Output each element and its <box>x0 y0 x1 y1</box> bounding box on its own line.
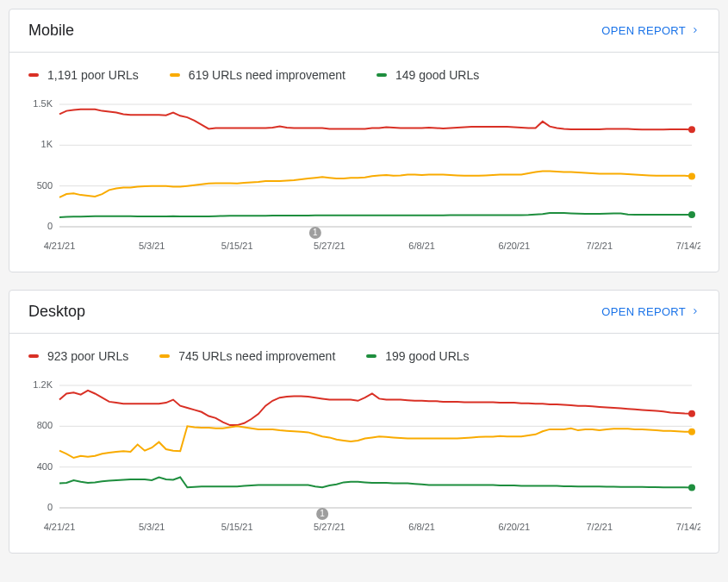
legend-label: 923 poor URLs <box>47 349 128 363</box>
svg-text:5/15/21: 5/15/21 <box>221 522 253 532</box>
legend-label: 619 URLs need improvement <box>189 68 345 82</box>
end-dot-poor <box>688 126 695 133</box>
series-good <box>59 478 692 488</box>
svg-text:5/27/21: 5/27/21 <box>314 241 345 251</box>
card-desktop: DesktopOPEN REPORT923 poor URLs745 URLs … <box>9 290 719 554</box>
card-header: DesktopOPEN REPORT <box>9 291 719 334</box>
svg-text:800: 800 <box>37 420 53 430</box>
svg-text:1: 1 <box>320 509 325 518</box>
svg-text:1K: 1K <box>41 139 53 149</box>
card-body: 923 poor URLs745 URLs need improvement19… <box>9 334 719 553</box>
svg-text:7/2/21: 7/2/21 <box>586 241 613 251</box>
open-report-label: OPEN REPORT <box>601 24 686 37</box>
series-good <box>59 213 692 217</box>
chart-legend: 923 poor URLs745 URLs need improvement19… <box>28 349 700 363</box>
legend-label: 1,191 poor URLs <box>47 68 139 82</box>
legend-swatch <box>366 354 376 358</box>
svg-text:4/21/21: 4/21/21 <box>44 241 76 251</box>
open-report-label: OPEN REPORT <box>601 305 686 318</box>
legend-item-good: 199 good URLs <box>366 349 469 363</box>
end-dot-need <box>688 429 695 435</box>
legend-item-good: 149 good URLs <box>376 68 479 82</box>
chart-legend: 1,191 poor URLs619 URLs need improvement… <box>28 68 700 82</box>
svg-text:1: 1 <box>313 228 318 237</box>
svg-text:0: 0 <box>47 502 53 512</box>
svg-text:5/15/21: 5/15/21 <box>221 241 253 251</box>
end-dot-poor <box>688 410 695 417</box>
svg-text:400: 400 <box>37 461 53 472</box>
svg-text:7/14/21: 7/14/21 <box>676 241 700 251</box>
svg-text:0: 0 <box>47 221 53 231</box>
chart-desktop: 04008001.2K4/21/215/3/215/15/215/27/216/… <box>28 379 700 534</box>
legend-swatch <box>28 354 39 358</box>
open-report-link[interactable]: OPEN REPORT <box>601 24 700 37</box>
end-dot-need <box>688 172 695 179</box>
svg-text:7/14/21: 7/14/21 <box>676 522 700 532</box>
legend-item-need: 745 URLs need improvement <box>159 349 335 363</box>
series-poor <box>59 391 692 425</box>
svg-text:6/20/21: 6/20/21 <box>498 241 530 251</box>
legend-item-poor: 1,191 poor URLs <box>28 68 139 82</box>
legend-item-poor: 923 poor URLs <box>28 349 128 363</box>
end-dot-good <box>688 211 695 218</box>
legend-label: 199 good URLs <box>385 349 469 363</box>
svg-text:1.5K: 1.5K <box>33 98 53 109</box>
legend-swatch <box>376 73 387 77</box>
card-mobile: MobileOPEN REPORT1,191 poor URLs619 URLs… <box>9 9 719 272</box>
open-report-link[interactable]: OPEN REPORT <box>601 305 700 318</box>
chart-mobile: 05001K1.5K4/21/215/3/215/15/215/27/216/8… <box>28 97 700 253</box>
svg-text:6/8/21: 6/8/21 <box>408 522 435 532</box>
legend-swatch <box>159 354 170 358</box>
series-poor <box>59 110 692 130</box>
svg-text:5/27/21: 5/27/21 <box>314 522 345 532</box>
legend-label: 149 good URLs <box>395 68 479 82</box>
chevron-right-icon <box>691 305 700 318</box>
svg-text:5/3/21: 5/3/21 <box>139 522 165 532</box>
svg-text:6/8/21: 6/8/21 <box>408 241 435 251</box>
end-dot-good <box>688 484 695 491</box>
svg-text:7/2/21: 7/2/21 <box>586 522 613 532</box>
card-body: 1,191 poor URLs619 URLs need improvement… <box>9 53 719 272</box>
card-title: Mobile <box>28 22 74 40</box>
chevron-right-icon <box>691 24 700 37</box>
card-title: Desktop <box>28 303 85 321</box>
legend-swatch <box>28 73 39 77</box>
legend-item-need: 619 URLs need improvement <box>170 68 345 82</box>
svg-text:500: 500 <box>37 180 53 191</box>
series-need <box>59 426 692 458</box>
chart-marker: 1 <box>309 227 321 239</box>
chart-marker: 1 <box>316 508 328 520</box>
svg-text:4/21/21: 4/21/21 <box>44 522 76 532</box>
series-need <box>59 172 692 197</box>
svg-text:6/20/21: 6/20/21 <box>498 522 530 532</box>
svg-text:1.2K: 1.2K <box>33 379 53 390</box>
legend-swatch <box>170 73 180 77</box>
svg-text:5/3/21: 5/3/21 <box>139 241 165 251</box>
legend-label: 745 URLs need improvement <box>178 349 335 363</box>
card-header: MobileOPEN REPORT <box>9 9 719 53</box>
